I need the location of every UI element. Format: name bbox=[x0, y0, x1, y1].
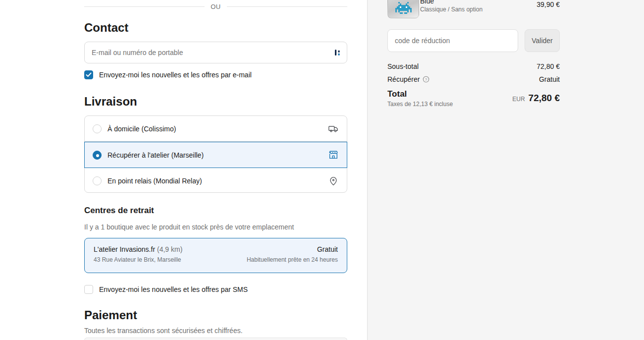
email-field-wrap bbox=[84, 42, 347, 63]
or-divider: OU bbox=[84, 3, 347, 10]
pickup-store-card[interactable]: L'atelier Invasions.fr (4,9 km) 43 Rue A… bbox=[84, 238, 347, 273]
divider-line bbox=[84, 6, 205, 7]
order-summary-panel: Blue Classique / Sans option 39,90 € Val… bbox=[367, 0, 644, 340]
contact-heading: Contact bbox=[84, 21, 347, 35]
payment-heading: Paiement bbox=[84, 308, 347, 322]
apply-discount-button[interactable]: Valider bbox=[525, 29, 560, 52]
shipping-heading: Livraison bbox=[84, 95, 347, 109]
pickup-heading: Centres de retrait bbox=[84, 206, 347, 216]
svg-text:?: ? bbox=[425, 77, 428, 82]
radio-unselected[interactable] bbox=[93, 124, 102, 133]
email-input[interactable] bbox=[84, 42, 347, 63]
sms-optin[interactable]: Envoyez-moi les nouvelles et les offres … bbox=[84, 285, 347, 294]
shipping-cost-value: Gratuit bbox=[539, 75, 560, 83]
discount-code-input[interactable] bbox=[387, 29, 518, 52]
shop-autofill-icon[interactable] bbox=[334, 49, 341, 57]
subtotal-row: Sous-total 72,80 € bbox=[387, 62, 560, 70]
shipping-option-label: Récupérer à l'atelier (Marseille) bbox=[107, 151, 328, 159]
store-icon bbox=[328, 150, 339, 161]
newsletter-optin[interactable]: Envoyez-moi les nouvelles et les offres … bbox=[84, 70, 347, 79]
store-name: L'atelier Invasions.fr bbox=[94, 245, 155, 253]
sms-label: Envoyez-moi les nouvelles et les offres … bbox=[99, 285, 248, 293]
product-price: 39,90 € bbox=[387, 0, 560, 8]
shipping-option-pickup[interactable]: Récupérer à l'atelier (Marseille) bbox=[84, 142, 347, 168]
store-address: 43 Rue Aviateur le Brix, Marseille bbox=[94, 256, 182, 263]
discount-row: Valider bbox=[387, 29, 560, 52]
shipping-cost-row: Récupérer ? Gratuit bbox=[387, 75, 560, 83]
newsletter-label: Envoyez-moi les nouvelles et les offres … bbox=[99, 71, 252, 79]
radio-unselected[interactable] bbox=[93, 176, 102, 185]
payment-methods-box-edge bbox=[84, 338, 347, 340]
divider-label: OU bbox=[211, 3, 221, 10]
taxes-note: Taxes de 12,13 € incluse bbox=[387, 101, 560, 108]
location-pin-icon bbox=[328, 175, 339, 186]
subtotal-label: Sous-total bbox=[387, 62, 419, 70]
shipping-option-label: En point relais (Mondial Relay) bbox=[107, 177, 328, 185]
store-availability: Gratuit Habituellement prête en 24 heure… bbox=[247, 245, 338, 266]
shipping-option-relay[interactable]: En point relais (Mondial Relay) bbox=[85, 168, 347, 194]
sms-checkbox[interactable] bbox=[84, 285, 93, 294]
checkmark-icon bbox=[86, 72, 92, 77]
subtotal-value: 72,80 € bbox=[537, 62, 560, 70]
checkout-main: OU Contact Envoyez-moi les nouvelles et … bbox=[0, 0, 367, 340]
help-icon[interactable]: ? bbox=[423, 76, 429, 83]
radio-selected[interactable] bbox=[93, 151, 102, 160]
store-ready-note: Habituellement prête en 24 heures bbox=[247, 256, 338, 263]
pickup-subtitle: Il y a 1 boutique avec le produit en sto… bbox=[84, 223, 347, 231]
shipping-option-home[interactable]: À domicile (Colissimo) bbox=[85, 116, 347, 142]
truck-icon bbox=[328, 123, 339, 134]
divider-line bbox=[227, 6, 347, 7]
newsletter-checkbox[interactable] bbox=[84, 70, 93, 79]
store-info: L'atelier Invasions.fr (4,9 km) 43 Rue A… bbox=[94, 245, 182, 266]
shipping-cost-label: Récupérer bbox=[387, 75, 420, 83]
store-distance: (4,9 km) bbox=[157, 245, 182, 253]
shipping-option-label: À domicile (Colissimo) bbox=[107, 125, 328, 133]
store-price: Gratuit bbox=[247, 245, 338, 253]
payment-subtitle: Toutes les transactions sont sécurisées … bbox=[84, 327, 347, 335]
shipping-method-group: À domicile (Colissimo) Récupérer à l'ate… bbox=[84, 115, 347, 193]
